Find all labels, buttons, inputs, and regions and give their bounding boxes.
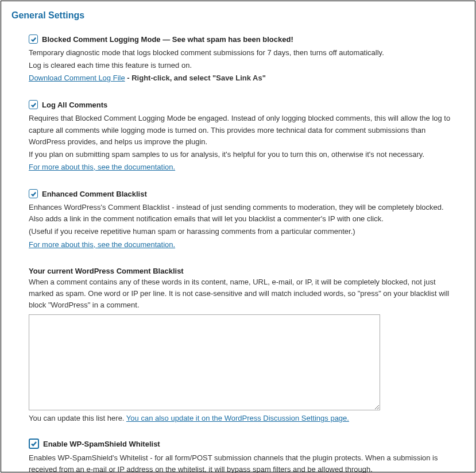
- desc-logging-mode-1: Temporary diagnostic mode that logs bloc…: [29, 47, 459, 59]
- download-suffix: - Right-click, and select "Save Link As": [125, 74, 266, 82]
- check-icon: [30, 102, 37, 108]
- section-title: General Settings: [11, 10, 465, 21]
- checkbox-whitelist[interactable]: [29, 439, 39, 449]
- label-log-all: Log All Comments: [42, 101, 107, 109]
- settings-content: Blocked Comment Logging Mode — See what …: [11, 34, 465, 473]
- setting-logging-mode: Blocked Comment Logging Mode — See what …: [29, 34, 459, 84]
- general-settings-panel: General Settings Blocked Comment Logging…: [1, 1, 475, 472]
- desc-logging-mode-2: Log is cleared each time this feature is…: [29, 60, 459, 71]
- desc-whitelist: Enables WP-SpamShield's Whitelist - for …: [29, 452, 459, 473]
- blacklist-heading: Your current WordPress Comment Blacklist: [29, 267, 459, 275]
- setting-whitelist: Enable WP-SpamShield Whitelist Enables W…: [29, 439, 459, 473]
- download-log-link[interactable]: Download Comment Log File: [29, 74, 125, 82]
- checkbox-logging-mode[interactable]: [29, 34, 38, 44]
- label-logging-mode: Blocked Comment Logging Mode — See what …: [42, 35, 293, 44]
- check-icon: [30, 440, 37, 447]
- checkbox-enhanced-blacklist[interactable]: [29, 189, 38, 198]
- setting-enhanced-blacklist: Enhanced Comment Blacklist Enhances Word…: [29, 189, 459, 251]
- desc-enhanced-blacklist: Enhances WordPress's Comment Blacklist -…: [29, 202, 459, 225]
- note-enhanced-blacklist: (Useful if you receive repetitive human …: [29, 226, 459, 237]
- doc-link-enhanced-blacklist[interactable]: For more about this, see the documentati…: [29, 240, 175, 249]
- check-icon: [30, 36, 37, 43]
- discussion-settings-link[interactable]: You can also update it on the WordPress …: [126, 414, 349, 422]
- setting-log-all: Log All Comments Requires that Blocked C…: [29, 100, 459, 173]
- label-whitelist: Enable WP-SpamShield Whitelist: [43, 440, 160, 448]
- label-enhanced-blacklist: Enhanced Comment Blacklist: [42, 190, 147, 198]
- setting-blacklist-textarea: Your current WordPress Comment Blacklist…: [29, 267, 459, 422]
- checkbox-log-all[interactable]: [29, 100, 38, 109]
- desc-log-all-1: Requires that Blocked Comment Logging Mo…: [29, 113, 459, 147]
- desc-log-all-2: If you plan on submitting spam samples t…: [29, 149, 459, 160]
- doc-link-log-all[interactable]: For more about this, see the documentati…: [29, 163, 175, 171]
- blacklist-textarea[interactable]: [29, 314, 380, 410]
- blacklist-desc: When a comment contains any of these wor…: [29, 276, 459, 311]
- blacklist-after-text: You can update this list here.: [29, 414, 126, 422]
- check-icon: [30, 191, 37, 197]
